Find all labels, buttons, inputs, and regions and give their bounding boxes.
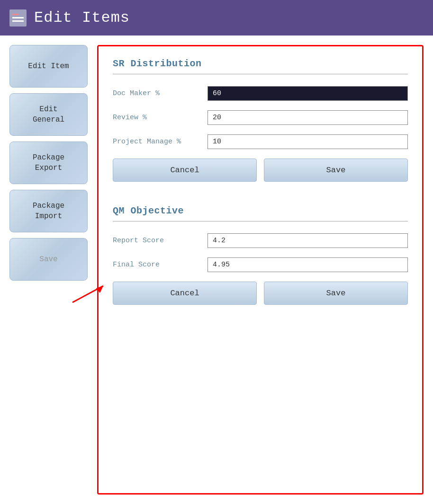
qm-divider [113,221,408,221]
review-row: Review % [113,110,408,125]
sidebar-btn-save[interactable]: Save [9,238,88,281]
main-layout: Edit Item EditGeneral PackageExport Pack… [0,35,433,504]
qm-button-row: Cancel Save [113,282,408,305]
project-manage-input[interactable] [207,134,408,149]
final-score-row: Final Score [113,257,408,272]
final-score-input[interactable] [207,257,408,272]
header-icon [9,9,27,27]
report-score-input[interactable] [207,233,408,248]
sidebar-btn-package-import[interactable]: PackageImport [9,190,88,232]
sr-save-button[interactable]: Save [264,159,408,182]
project-manage-row: Project Manage % [113,134,408,149]
sidebar-btn-edit-item[interactable]: Edit Item [9,45,88,88]
doc-maker-row: Doc Maker % [113,86,408,101]
page-header: Edit Items [0,0,433,35]
qm-cancel-button[interactable]: Cancel [113,282,257,305]
red-arrow-indicator [68,281,110,307]
report-score-label: Report Score [113,237,207,245]
page-title: Edit Items [34,9,130,27]
review-input[interactable] [207,110,408,125]
report-score-row: Report Score [113,233,408,248]
sr-divider [113,74,408,74]
project-manage-label: Project Manage % [113,138,207,146]
sidebar-btn-edit-general[interactable]: EditGeneral [9,93,88,136]
sr-button-row: Cancel Save [113,159,408,182]
sidebar-btn-package-export[interactable]: PackageExport [9,141,88,184]
sidebar: Edit Item EditGeneral PackageExport Pack… [9,45,88,495]
sr-cancel-button[interactable]: Cancel [113,159,257,182]
review-label: Review % [113,114,207,122]
sr-distribution-title: SR Distribution [113,58,408,69]
content-panel: SR Distribution Doc Maker % Review % Pro… [97,45,424,495]
doc-maker-input[interactable] [207,86,408,101]
qm-objective-title: QM Objective [113,205,408,216]
svg-marker-1 [96,286,103,293]
final-score-label: Final Score [113,261,207,269]
section-gap [113,196,408,205]
doc-maker-label: Doc Maker % [113,89,207,97]
qm-save-button[interactable]: Save [264,282,408,305]
